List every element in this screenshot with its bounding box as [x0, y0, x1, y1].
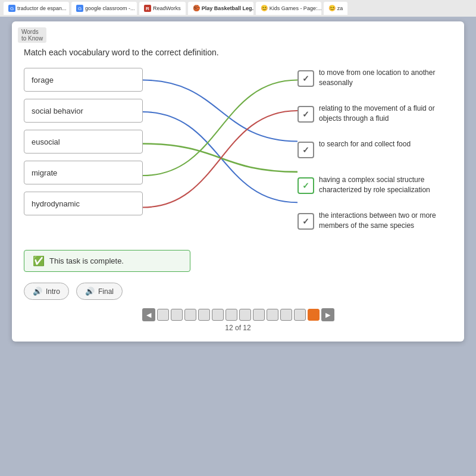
page-dot-4[interactable] — [198, 309, 210, 321]
tab-traductor[interactable]: G traductor de espan... — [4, 2, 69, 15]
next-page-button[interactable]: ▶ — [321, 308, 334, 321]
page-dot-3[interactable] — [184, 309, 196, 321]
check-box-4: ✓ — [298, 213, 314, 230]
definition-text-4: the interactions between two or more mem… — [319, 211, 452, 231]
page-dots: ◀ ▶ — [142, 308, 334, 321]
page-dot-10[interactable] — [280, 309, 292, 321]
page-dot-9[interactable] — [267, 309, 278, 321]
speaker-final-icon: 🔊 — [85, 287, 95, 296]
page-dot-12[interactable] — [308, 309, 320, 321]
definition-list: ✓ to move from one location to another s… — [298, 68, 452, 239]
browser-bar: G traductor de espan... G google classro… — [0, 0, 476, 17]
connection-lines-svg — [143, 68, 298, 239]
final-button-label: Final — [98, 287, 114, 296]
page-dot-11[interactable] — [294, 309, 306, 321]
word-migrate: migrate — [24, 161, 143, 184]
pagination-area: ◀ ▶ 12 of 12 — [24, 308, 452, 332]
definition-text-1: relating to the movement of a fluid or o… — [319, 104, 452, 124]
definition-row-2: ✓ to search for and collect food — [298, 139, 452, 168]
page-dot-5[interactable] — [212, 309, 224, 321]
complete-checkmark-icon: ✅ — [33, 255, 45, 267]
definition-text-2: to search for and collect food — [319, 139, 411, 149]
definition-row-3: ✓ having a complex social structure char… — [298, 175, 452, 203]
tab-basketball[interactable]: 🏀 Play Basketball Leg... — [188, 2, 253, 15]
final-button[interactable]: 🔊 Final — [76, 283, 123, 300]
check-box-3: ✓ — [298, 177, 314, 194]
tab-readworks[interactable]: R ReadWorks — [139, 2, 186, 15]
word-hydrodynamic: hydrodynamic — [24, 192, 143, 215]
matching-area: forage social behavior eusocial migrate … — [24, 68, 452, 239]
check-box-1: ✓ — [298, 106, 314, 123]
definition-text-0: to move from one location to another sea… — [319, 68, 452, 88]
page-dot-1[interactable] — [157, 309, 169, 321]
page-dot-6[interactable] — [226, 309, 237, 321]
definition-row-4: ✓ the interactions between two or more m… — [298, 211, 452, 239]
check-box-0: ✓ — [298, 70, 314, 87]
tab-classroom[interactable]: G google classroom -... — [71, 2, 137, 15]
instruction-text: Match each vocabulary word to the correc… — [24, 48, 452, 57]
word-social-behavior: social behavior — [24, 99, 143, 123]
page-dot-8[interactable] — [253, 309, 265, 321]
activity-card: Wordsto Know Match each vocabulary word … — [12, 21, 464, 342]
page-dot-7[interactable] — [239, 309, 251, 321]
word-forage: forage — [24, 68, 143, 92]
intro-button[interactable]: 🔊 Intro — [24, 283, 69, 300]
word-eusocial: eusocial — [24, 130, 143, 154]
prev-page-button[interactable]: ◀ — [142, 308, 155, 321]
words-to-know-label: Wordsto Know — [18, 27, 46, 43]
page-dot-2[interactable] — [171, 309, 183, 321]
connection-lines-area — [143, 68, 298, 239]
check-box-2: ✓ — [298, 142, 314, 158]
page-label: 12 of 12 — [225, 324, 250, 332]
definition-row-0: ✓ to move from one location to another s… — [298, 68, 452, 96]
complete-text: This task is complete. — [49, 256, 124, 265]
tab-kidsgames[interactable]: 😊 Kids Games - Page:... — [256, 2, 321, 15]
definition-text-3: having a complex social structure charac… — [319, 175, 452, 195]
complete-banner: ✅ This task is complete. — [24, 250, 190, 272]
speaker-intro-icon: 🔊 — [33, 287, 42, 296]
tab-za[interactable]: 😊 za — [324, 2, 348, 15]
definition-row-1: ✓ relating to the movement of a fluid or… — [298, 104, 452, 132]
content-area: Wordsto Know Match each vocabulary word … — [0, 17, 476, 476]
word-list: forage social behavior eusocial migrate … — [24, 68, 143, 239]
intro-button-label: Intro — [46, 287, 60, 296]
audio-buttons: 🔊 Intro 🔊 Final — [24, 283, 452, 300]
